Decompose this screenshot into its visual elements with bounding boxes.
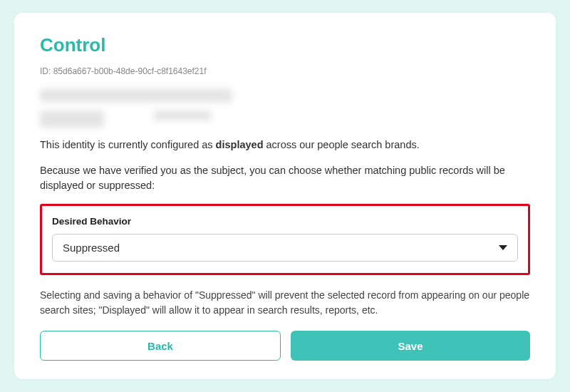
desired-behavior-label: Desired Behavior [52, 216, 518, 227]
identity-id-line: ID: 85d6a667-b00b-48de-90cf-c8f1643ef21f [40, 66, 530, 76]
verified-text: Because we have verified you as the subj… [40, 163, 530, 195]
behavior-help-text: Selecting and saving a behavior of "Supp… [40, 288, 530, 318]
desired-behavior-section: Desired Behavior Suppressed [40, 204, 530, 275]
status-text-pre: This identity is currently configured as [40, 139, 216, 150]
redacted-name [40, 89, 232, 102]
save-button[interactable]: Save [291, 331, 530, 361]
control-card: Control ID: 85d6a667-b00b-48de-90cf-c8f1… [14, 13, 556, 379]
id-label: ID: [40, 66, 51, 76]
back-button[interactable]: Back [40, 331, 281, 361]
status-text-bold: displayed [216, 139, 264, 150]
id-value: 85d6a667-b00b-48de-90cf-c8f1643ef21f [53, 66, 207, 76]
redacted-identity-block [40, 89, 530, 128]
desired-behavior-select[interactable]: Suppressed [52, 234, 518, 262]
page-title: Control [40, 34, 530, 56]
redacted-detail-2 [154, 110, 211, 120]
status-text-post: across our people search brands. [264, 139, 420, 150]
status-text: This identity is currently configured as… [40, 138, 530, 153]
desired-behavior-selected-value: Suppressed [63, 242, 120, 254]
chevron-down-icon [499, 245, 507, 250]
redacted-detail-1 [40, 110, 104, 128]
button-row: Back Save [40, 331, 530, 361]
